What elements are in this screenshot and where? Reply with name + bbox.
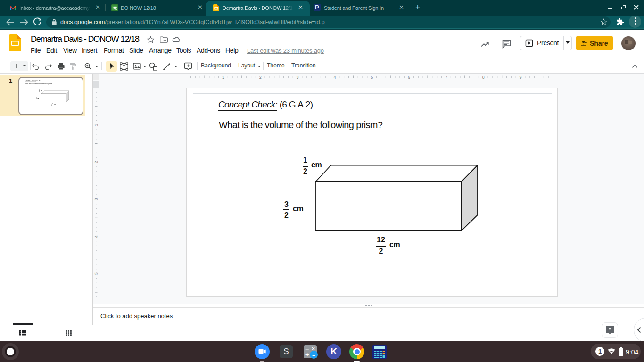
svg-text:2: 2 [259,75,262,80]
svg-text:5: 5 [371,75,373,80]
svg-text:1: 1 [94,124,99,126]
svg-text:8: 8 [482,75,485,80]
svg-text:5: 5 [94,272,99,275]
svg-text:7: 7 [445,75,447,80]
svg-text:9: 9 [520,75,522,80]
svg-text:3: 3 [297,75,299,80]
svg-text:3: 3 [94,198,99,200]
svg-text:4: 4 [333,75,336,80]
svg-text:2: 2 [94,161,99,164]
svg-text:6: 6 [408,75,410,80]
svg-text:1: 1 [222,75,224,80]
svg-text:4: 4 [94,235,99,238]
